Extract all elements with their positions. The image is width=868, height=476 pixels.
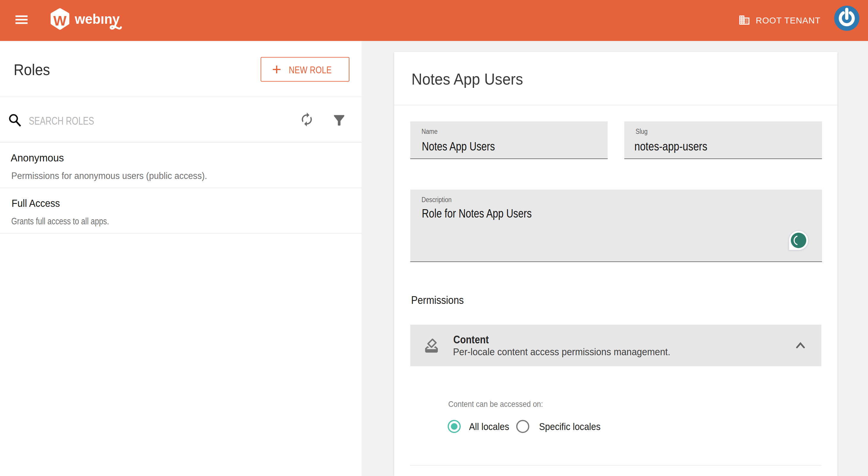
svg-text:W: W	[54, 13, 67, 29]
